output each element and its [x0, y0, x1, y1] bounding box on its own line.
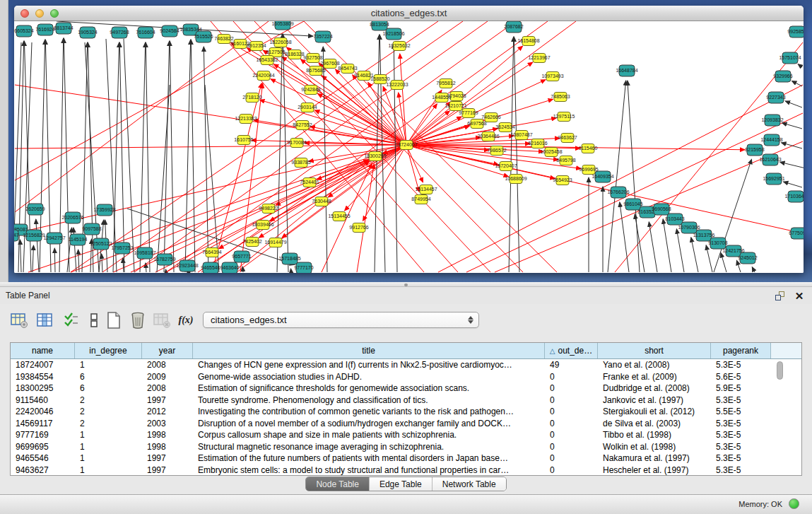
graph-node[interactable]: 8495798 — [556, 156, 575, 165]
graph-node[interactable]: 10973493 — [541, 72, 563, 81]
graph-node[interactable]: 12975115 — [553, 112, 575, 122]
panel-resize-handle[interactable] — [0, 282, 812, 287]
graph-node[interactable]: 6605324 — [14, 25, 33, 37]
graph-node[interactable]: 9329966 — [773, 71, 792, 82]
delete-table-button[interactable] — [151, 310, 172, 330]
table-row[interactable]: 1938455462009Genome-wide association stu… — [11, 371, 801, 383]
table-row[interactable]: 2242004622012Investigating the contribut… — [11, 406, 801, 418]
graph-node[interactable]: 16543382 — [256, 56, 278, 65]
graph-node[interactable]: 2903144 — [298, 103, 317, 112]
table-row[interactable]: 1830029562008Estimation of significance … — [11, 382, 801, 395]
graph-node[interactable]: 15751074 — [779, 52, 801, 64]
graph-node[interactable]: 7357224 — [313, 31, 332, 42]
delete-columns-button[interactable] — [127, 310, 148, 330]
graph-node[interactable]: 15692951 — [763, 173, 784, 185]
graph-node[interactable]: 7485063 — [551, 93, 570, 102]
column-header-name[interactable]: name — [11, 343, 75, 358]
graph-node[interactable]: 9777169 — [459, 109, 478, 118]
graph-node[interactable]: 12093832 — [761, 115, 783, 126]
graph-node[interactable]: 9497268 — [110, 27, 129, 38]
zoom-window-icon[interactable] — [50, 9, 59, 18]
graph-node[interactable]: 9777170 — [294, 262, 313, 273]
graph-node[interactable]: 20364486 — [477, 132, 499, 141]
graph-node[interactable]: 9115460 — [579, 144, 598, 153]
graph-node[interactable]: 18226058 — [269, 38, 291, 47]
graph-node[interactable]: 9654923 — [553, 176, 572, 185]
graph-node[interactable]: 1905324 — [78, 27, 97, 38]
graph-node[interactable]: 9912766 — [349, 223, 368, 233]
graph-node[interactable]: 9097588 — [82, 223, 101, 235]
graph-node[interactable]: 331947 — [14, 230, 19, 241]
tab-network-table[interactable]: Network Table — [433, 477, 506, 491]
table-row[interactable]: 1456911722003Disruption of a novel membe… — [11, 418, 801, 430]
graph-node[interactable]: 17103648 — [784, 191, 804, 202]
tab-node-table[interactable]: Node Table — [306, 477, 370, 491]
column-header-pagerank[interactable]: pagerank — [711, 343, 771, 358]
graph-node[interactable]: 16766206 — [607, 187, 629, 198]
graph-node[interactable]: 8186328 — [285, 50, 304, 59]
graph-node[interactable]: 10688609 — [505, 175, 526, 184]
graph-node[interactable]: 9338785 — [291, 158, 310, 168]
graph-node[interactable]: 3624534 — [495, 123, 514, 132]
graph-node[interactable]: 7616604 — [136, 27, 155, 38]
graph-node[interactable]: 8813744 — [54, 23, 73, 34]
graph-node[interactable]: 9463627 — [558, 134, 577, 143]
graph-node[interactable]: 7425402 — [242, 238, 261, 247]
graph-node[interactable]: 20206576 — [61, 212, 83, 223]
graph-node[interactable]: 12942757 — [43, 233, 65, 244]
graph-node[interactable]: 10807487 — [510, 131, 532, 140]
select-columns-button[interactable] — [61, 310, 82, 330]
tab-edge-table[interactable]: Edge Table — [370, 477, 433, 491]
graph-node[interactable]: 8215958 — [745, 144, 764, 156]
graph-node[interactable]: 7616924 — [35, 24, 54, 35]
graph-node[interactable]: 9227343 — [766, 92, 785, 103]
graph-node[interactable]: 17359928 — [93, 204, 115, 216]
graph-node[interactable]: 9657771 — [232, 251, 251, 262]
graph-node[interactable]: 7955812 — [436, 79, 455, 88]
graph-node[interactable]: 16914479 — [264, 238, 286, 247]
table-row[interactable]: 911546021997Tourette syndrome. Phenomeno… — [11, 395, 801, 407]
graph-node[interactable]: 6497568 — [467, 119, 486, 129]
close-panel-button[interactable]: ✕ — [792, 289, 806, 302]
graph-node[interactable]: 19218506 — [382, 28, 404, 40]
graph-node[interactable]: 16648784 — [616, 65, 637, 76]
graph-node[interactable]: 7664394 — [202, 248, 221, 257]
graph-node[interactable]: 8675685 — [306, 66, 325, 76]
column-header-in_degree[interactable]: in_degree — [75, 343, 142, 358]
row-height-button[interactable] — [83, 310, 105, 330]
graph-node[interactable]: 12923448 — [176, 260, 198, 271]
graph-node[interactable]: 13222033 — [386, 81, 408, 90]
graph-node[interactable]: 9130708 — [708, 238, 727, 249]
network-table-selector[interactable]: citations_edges.txt — [203, 312, 479, 328]
graph-node[interactable]: 7986572 — [487, 146, 506, 156]
graph-node[interactable]: 15134455 — [328, 212, 350, 221]
graph-node[interactable]: 15134457 — [415, 185, 437, 194]
graph-node[interactable]: 9024584 — [160, 25, 179, 37]
table-row[interactable]: 969969511998Structural magnetic resonanc… — [11, 441, 801, 453]
graph-node[interactable]: 17957253 — [111, 243, 133, 254]
graph-node[interactable]: 16210643 — [759, 154, 781, 165]
network-window-titlebar[interactable]: citations_edges.txt — [14, 6, 804, 21]
table-row[interactable]: 1872400712008Changes of HCN gene express… — [11, 359, 801, 371]
graph-node[interactable]: 9925854 — [787, 26, 804, 37]
graph-node[interactable]: 2718120 — [242, 93, 261, 103]
graph-node[interactable]: 7524401 — [300, 178, 319, 187]
graph-node[interactable]: 8749954 — [411, 195, 430, 204]
graph-node[interactable]: 9463640 — [220, 262, 239, 273]
graph-node[interactable]: 22420044 — [252, 71, 274, 81]
graph-node[interactable]: 2620659 — [25, 204, 45, 215]
graph-node[interactable]: 2087682 — [504, 21, 523, 33]
graph-node[interactable]: 10025458 — [540, 148, 562, 157]
graph-node[interactable]: 16782759 — [153, 254, 175, 265]
column-header-year[interactable]: year — [142, 343, 193, 358]
column-header-title[interactable]: title — [193, 343, 545, 358]
graph-node[interactable]: 18039466 — [252, 221, 273, 230]
graph-node[interactable]: 8912354 — [247, 42, 266, 51]
table-row[interactable]: 977716911998Corpus callosum shape and si… — [11, 429, 801, 441]
float-panel-button[interactable] — [772, 289, 787, 302]
graph-node[interactable]: 9465546 — [201, 262, 220, 273]
graph-node[interactable]: 12213383 — [235, 115, 257, 124]
graph-node[interactable]: 1610755 — [234, 136, 253, 145]
graph-node[interactable]: 1145194 — [69, 234, 88, 245]
graph-node[interactable]: 12156829 — [23, 230, 45, 241]
